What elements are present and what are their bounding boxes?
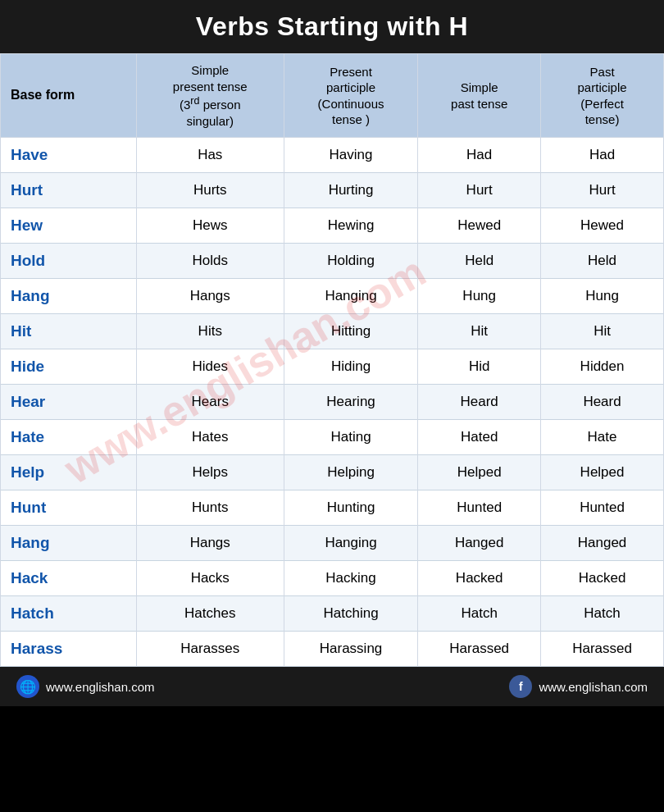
cell-past_p: Hidden <box>541 349 664 385</box>
cell-base-form: Hatch <box>1 596 137 632</box>
cell-participle: Hating <box>284 420 417 455</box>
cell-past_p: Hatch <box>541 596 664 632</box>
cell-past_p: Hate <box>541 420 664 455</box>
cell-simple: Hatches <box>136 596 284 632</box>
table-container: www.englishan.com Base form Simplepresen… <box>0 53 664 667</box>
table-body: HaveHasHavingHadHadHurtHurtsHurtingHurtH… <box>1 138 664 667</box>
cell-base-form: Hide <box>1 349 137 385</box>
cell-participle: Helping <box>284 455 417 490</box>
cell-participle: Hatching <box>284 596 417 632</box>
cell-past_p: Hung <box>541 279 664 314</box>
cell-simple: Hides <box>136 349 284 385</box>
cell-past: Hid <box>418 349 541 385</box>
cell-past: Hung <box>418 279 541 314</box>
cell-participle: Harassing <box>284 632 417 667</box>
title-text: Verbs Starting with H <box>196 11 468 41</box>
page-title: Verbs Starting with H <box>0 0 664 53</box>
footer-left-url: www.englishan.com <box>46 680 155 694</box>
cell-base-form: Hate <box>1 420 137 455</box>
cell-simple: Hews <box>136 208 284 244</box>
cell-base-form: Hurt <box>1 173 137 208</box>
table-row: HearHearsHearingHeardHeard <box>1 385 664 420</box>
cell-participle: Hitting <box>284 314 417 349</box>
cell-past: Hit <box>418 314 541 349</box>
cell-participle: Hewing <box>284 208 417 244</box>
table-row: HangHangsHangingHungHung <box>1 279 664 314</box>
cell-simple: Hangs <box>136 526 284 561</box>
cell-past: Heard <box>418 385 541 420</box>
cell-past_p: Hewed <box>541 208 664 244</box>
cell-participle: Hurting <box>284 173 417 208</box>
cell-past_p: Harassed <box>541 632 664 667</box>
table-row: HelpHelpsHelpingHelpedHelped <box>1 455 664 490</box>
cell-participle: Hanging <box>284 279 417 314</box>
footer-bar: 🌐 www.englishan.com f www.englishan.com <box>0 667 664 706</box>
cell-base-form: Hear <box>1 385 137 420</box>
table-row: HateHatesHatingHatedHate <box>1 420 664 455</box>
col-header-base: Base form <box>1 54 137 138</box>
cell-base-form: Have <box>1 138 137 173</box>
cell-base-form: Hold <box>1 244 137 279</box>
col-header-simple-present: Simplepresent tense(3rd personsingular) <box>136 54 284 138</box>
cell-past: Helped <box>418 455 541 490</box>
table-row: HarassHarassesHarassingHarassedHarassed <box>1 632 664 667</box>
col-header-present-participle: Presentparticiple(Continuoustense ) <box>284 54 417 138</box>
col-header-simple-past: Simplepast tense <box>418 54 541 138</box>
cell-base-form: Hit <box>1 314 137 349</box>
cell-simple: Hits <box>136 314 284 349</box>
cell-participle: Hunting <box>284 490 417 526</box>
cell-participle: Holding <box>284 244 417 279</box>
cell-base-form: Hang <box>1 279 137 314</box>
footer-right: f www.englishan.com <box>509 675 648 698</box>
cell-past: Held <box>418 244 541 279</box>
col-header-past-participle: Pastparticiple(Perfecttense) <box>541 54 664 138</box>
cell-base-form: Help <box>1 455 137 490</box>
cell-simple: Hacks <box>136 561 284 596</box>
cell-past_p: Hit <box>541 314 664 349</box>
cell-simple: Has <box>136 138 284 173</box>
table-row: HitHitsHittingHitHit <box>1 314 664 349</box>
verbs-table: Base form Simplepresent tense(3rd person… <box>0 53 664 667</box>
cell-past: Hurt <box>418 173 541 208</box>
cell-past_p: Hunted <box>541 490 664 526</box>
cell-simple: Hangs <box>136 279 284 314</box>
cell-simple: Holds <box>136 244 284 279</box>
cell-past_p: Hacked <box>541 561 664 596</box>
table-row: HuntHuntsHuntingHuntedHunted <box>1 490 664 526</box>
footer-right-url: www.englishan.com <box>539 680 648 694</box>
cell-past: Had <box>418 138 541 173</box>
cell-base-form: Hack <box>1 561 137 596</box>
table-row: HewHewsHewingHewedHewed <box>1 208 664 244</box>
cell-participle: Having <box>284 138 417 173</box>
cell-simple: Hates <box>136 420 284 455</box>
cell-past_p: Had <box>541 138 664 173</box>
facebook-icon: f <box>509 675 532 698</box>
table-row: HoldHoldsHoldingHeldHeld <box>1 244 664 279</box>
cell-past_p: Hurt <box>541 173 664 208</box>
footer-left: 🌐 www.englishan.com <box>16 675 155 698</box>
cell-participle: Hearing <box>284 385 417 420</box>
table-row: HatchHatchesHatchingHatchHatch <box>1 596 664 632</box>
cell-past: Hated <box>418 420 541 455</box>
cell-simple: Hunts <box>136 490 284 526</box>
globe-icon: 🌐 <box>16 675 39 698</box>
table-row: HideHidesHidingHidHidden <box>1 349 664 385</box>
cell-simple: Hurts <box>136 173 284 208</box>
table-row: HaveHasHavingHadHad <box>1 138 664 173</box>
table-row: HurtHurtsHurtingHurtHurt <box>1 173 664 208</box>
cell-past: Harassed <box>418 632 541 667</box>
cell-past: Hewed <box>418 208 541 244</box>
cell-past: Hatch <box>418 596 541 632</box>
cell-past: Hacked <box>418 561 541 596</box>
cell-participle: Hacking <box>284 561 417 596</box>
cell-past_p: Hanged <box>541 526 664 561</box>
cell-simple: Hears <box>136 385 284 420</box>
cell-base-form: Harass <box>1 632 137 667</box>
cell-base-form: Hunt <box>1 490 137 526</box>
table-row: HangHangsHangingHangedHanged <box>1 526 664 561</box>
table-header-row: Base form Simplepresent tense(3rd person… <box>1 54 664 138</box>
cell-past_p: Heard <box>541 385 664 420</box>
cell-past_p: Helped <box>541 455 664 490</box>
cell-past: Hanged <box>418 526 541 561</box>
cell-simple: Harasses <box>136 632 284 667</box>
